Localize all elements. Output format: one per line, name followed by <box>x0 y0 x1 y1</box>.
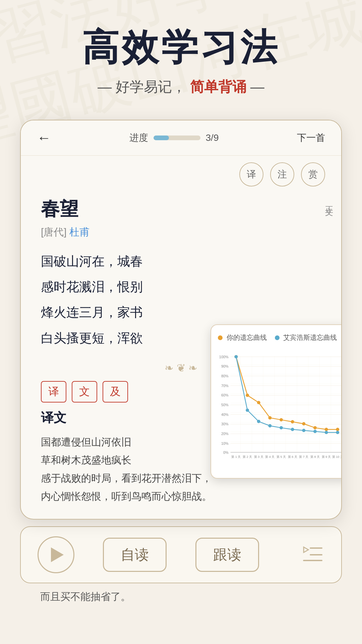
svg-text:第
5
天: 第 5 天 <box>277 455 286 459</box>
svg-text:第
1
天: 第 1 天 <box>231 455 241 459</box>
vertical-label: 正文 <box>324 200 335 203</box>
svg-point-39 <box>302 422 305 425</box>
poem-title: 春望 <box>41 197 321 222</box>
svg-text:40%: 40% <box>221 412 229 416</box>
svg-text:第
9
天: 第 9 天 <box>322 455 331 459</box>
svg-text:90%: 90% <box>221 364 229 368</box>
legend-dot-my <box>218 335 223 340</box>
progress-label: 进度 <box>129 131 148 144</box>
tag-and[interactable]: 及 <box>103 381 128 402</box>
svg-point-40 <box>313 426 317 429</box>
svg-point-52 <box>336 431 339 434</box>
svg-point-45 <box>257 420 260 423</box>
svg-text:第
3
天: 第 3 天 <box>254 455 263 459</box>
svg-point-42 <box>336 428 339 431</box>
svg-text:第
7
天: 第 7 天 <box>299 455 308 459</box>
svg-point-46 <box>268 424 272 427</box>
tag-text[interactable]: 文 <box>72 381 97 402</box>
svg-text:第
2
天: 第 2 天 <box>243 455 252 459</box>
tag-translate[interactable]: 译 <box>41 381 66 402</box>
svg-text:第
8
天: 第 8 天 <box>310 455 320 459</box>
svg-point-37 <box>280 418 283 421</box>
trans-line-4: 内心惆怅怨恨，听到鸟鸣而心惊胆战。 <box>41 487 321 505</box>
svg-text:0%: 0% <box>223 450 229 454</box>
svg-text:100%: 100% <box>219 355 229 359</box>
svg-text:第
4
天: 第 4 天 <box>265 455 275 459</box>
svg-point-44 <box>246 409 249 412</box>
poem-author: [唐代] 杜甫 <box>41 225 321 239</box>
svg-point-43 <box>234 355 238 358</box>
hero-subtitle: — 好学易记， 简单背诵 — <box>13 77 349 96</box>
list-icon <box>301 543 324 567</box>
subtitle-prefix: — 好学易记， <box>98 77 186 96</box>
svg-text:60%: 60% <box>221 393 229 397</box>
list-button[interactable] <box>288 536 324 573</box>
progress-bar-container <box>154 136 200 140</box>
svg-point-47 <box>280 426 283 429</box>
chart-svg-container: 100% 90% 80% 70% 60% 50% 40% 30% 20% 10%… <box>218 347 342 468</box>
forgetting-curve-chart: 你的遗忘曲线 艾宾浩斯遗忘曲线 100% <box>210 324 342 479</box>
svg-point-49 <box>302 429 305 432</box>
hero-title: 高效学习法 <box>13 27 349 67</box>
svg-text:50%: 50% <box>221 403 229 407</box>
legend-dot-ref <box>275 335 280 340</box>
svg-point-50 <box>313 430 317 433</box>
svg-text:10%: 10% <box>221 441 229 445</box>
bottom-toolbar: 自读 跟读 <box>20 526 342 583</box>
legend-ref: 艾宾浩斯遗忘曲线 <box>275 333 337 342</box>
svg-point-36 <box>268 416 272 419</box>
author-name[interactable]: 杜甫 <box>69 226 89 237</box>
progress-bar-fill <box>154 136 169 140</box>
play-icon <box>51 547 64 562</box>
progress-text: 3/9 <box>206 132 219 143</box>
chart-legend: 你的遗忘曲线 艾宾浩斯遗忘曲线 <box>218 333 342 342</box>
svg-point-35 <box>257 401 260 404</box>
legend-my: 你的遗忘曲线 <box>218 333 267 342</box>
legend-ref-label: 艾宾浩斯遗忘曲线 <box>283 334 337 341</box>
next-button[interactable]: 下一首 <box>297 131 325 144</box>
peek-text: 而且买不能抽省了。 <box>40 591 131 602</box>
dynasty-bracket: [唐代] <box>41 226 67 237</box>
svg-point-51 <box>325 431 328 434</box>
svg-point-48 <box>291 428 294 431</box>
main-card: ← 进度 3/9 下一首 译 注 赏 正文 春望 [唐代] 杜甫 <box>20 120 342 520</box>
svg-rect-0 <box>231 356 341 452</box>
svg-text:20%: 20% <box>221 432 229 436</box>
svg-text:70%: 70% <box>221 383 229 387</box>
legend-my-label: 你的遗忘曲线 <box>227 334 267 341</box>
self-read-button[interactable]: 自读 <box>103 538 167 572</box>
action-buttons-row: 译 注 赏 <box>21 156 341 190</box>
appreciate-button[interactable]: 赏 <box>301 162 325 186</box>
svg-point-41 <box>325 428 328 431</box>
card-header: ← 进度 3/9 下一首 <box>21 120 341 156</box>
svg-text:第
6
天: 第 6 天 <box>288 455 297 459</box>
poem-line-1: 国破山河在，城春 <box>41 249 321 273</box>
poem-line-2: 感时花溅泪，恨别 <box>41 275 321 299</box>
svg-text:第
10
天: 第 10 天 <box>332 455 342 459</box>
back-button[interactable]: ← <box>37 130 51 146</box>
subtitle-suffix: — <box>250 79 264 95</box>
annotate-button[interactable]: 注 <box>270 162 294 186</box>
svg-text:80%: 80% <box>221 374 229 378</box>
svg-marker-53 <box>304 547 308 552</box>
svg-text:30%: 30% <box>221 422 229 426</box>
svg-point-34 <box>246 393 249 397</box>
peek-section: 而且买不能抽省了。 <box>20 583 342 610</box>
follow-read-button[interactable]: 跟读 <box>195 538 259 572</box>
play-button[interactable] <box>38 536 74 573</box>
translate-button[interactable]: 译 <box>239 162 263 186</box>
poem-line-3: 烽火连三月，家书 <box>41 300 321 324</box>
progress-area: 进度 3/9 <box>129 131 219 144</box>
page-container: 高效学习法 — 好学易记， 简单背诵 — ← 进度 3/9 下一首 译 注 赏 <box>0 0 362 644</box>
subtitle-highlight: 简单背诵 <box>190 77 246 96</box>
svg-point-38 <box>291 420 294 423</box>
hero-section: 高效学习法 — 好学易记， 简单背诵 — <box>0 0 362 110</box>
